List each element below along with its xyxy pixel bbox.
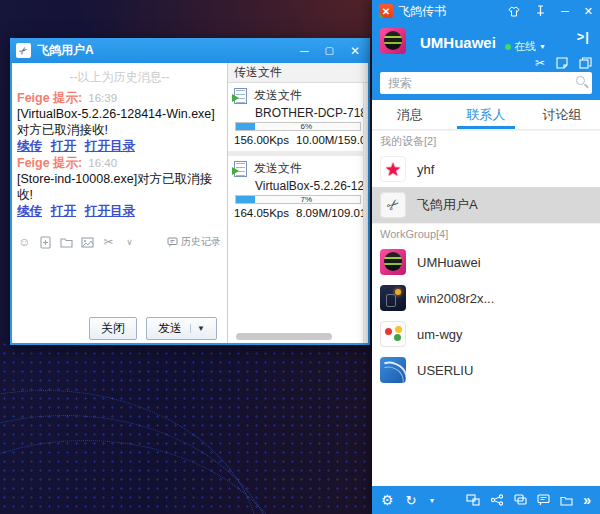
progress-bar: 6% [235, 122, 361, 131]
more-chevrons-icon[interactable]: » [583, 493, 591, 507]
progress-percent: 6% [300, 123, 312, 131]
contact-row-umhuawei[interactable]: UMHuawei [372, 244, 600, 280]
contact-row-userliu[interactable]: USERLIU [372, 352, 600, 388]
app-logo-icon: ✕ [379, 4, 393, 18]
avatar [380, 285, 406, 311]
history-button[interactable]: 历史记录 [167, 235, 221, 249]
progress-fill [236, 123, 255, 130]
history-label: 历史记录 [181, 235, 221, 249]
skin-icon[interactable] [508, 6, 520, 17]
chat-window-icon: ✂ [16, 43, 31, 58]
contact-row-um-wgy[interactable]: um-wgy [372, 316, 600, 352]
search-input[interactable] [380, 72, 592, 94]
tab-groups[interactable]: 讨论组 [524, 100, 600, 129]
screenshot-scissors-icon[interactable]: ✂ [535, 57, 545, 69]
progress-percent: 7% [300, 196, 312, 204]
status-label: 在线 [514, 39, 536, 54]
avatar [380, 357, 406, 383]
user-avatar[interactable] [380, 28, 406, 54]
message-sender: Feige 提示: [17, 156, 82, 170]
transfer-vertical-scrollbar[interactable] [363, 83, 368, 343]
note-icon[interactable] [556, 57, 568, 69]
contact-name: UMHuawei [417, 255, 481, 270]
transfer-panel: 传送文件 发送文件 BROTHER-DCP-7180... 6% 156.00K… [228, 63, 368, 343]
search-icon[interactable] [576, 76, 585, 85]
message-bubble-icon[interactable] [537, 494, 550, 506]
message-history[interactable]: --以上为历史消息-- Feige 提示:16:39 [VirtualBox-5… [12, 63, 227, 231]
emoji-icon[interactable]: ☺ [18, 236, 31, 249]
compose-toolbar: ☺ ✂ ∨ 历史记录 [12, 231, 227, 253]
transfer-horizontal-scrollbar[interactable] [236, 333, 332, 340]
tab-contacts[interactable]: 联系人 [448, 100, 524, 129]
message-item: Feige 提示:16:39 [VirtualBox-5.2.26-128414… [17, 90, 222, 155]
group-header-my-devices[interactable]: 我的设备[2] [372, 130, 600, 151]
search-bar [372, 72, 600, 100]
resume-transfer-link[interactable]: 续传 [17, 204, 42, 218]
close-icon[interactable]: ✕ [584, 5, 593, 18]
chat-titlebar[interactable]: ✂ 飞鸽用户A ─ ▢ ✕ [10, 38, 370, 63]
bottom-toolbar: ⚙ ↻ ▼ » [372, 486, 600, 514]
screenshot-scissors-icon[interactable]: ✂ [102, 236, 115, 249]
contact-name: yhf [417, 162, 434, 177]
main-titlebar[interactable]: ✕ 飞鸽传书 ─ ✕ [372, 0, 600, 22]
open-file-link[interactable]: 打开 [51, 204, 76, 218]
send-file-icon[interactable] [39, 236, 52, 249]
open-file-link[interactable]: 打开 [51, 139, 76, 153]
folder-icon[interactable] [560, 495, 573, 506]
transfer-speed: 156.00Kps [234, 134, 289, 146]
transfer-action: 发送文件 [254, 160, 302, 177]
close-button[interactable]: 关闭 [89, 317, 137, 340]
avatar: ★ [380, 156, 406, 182]
copy-icon[interactable] [579, 57, 592, 69]
contact-row-yhf[interactable]: ★ yhf [372, 151, 600, 187]
user-name: UMHuawei [420, 34, 496, 51]
contact-name: 飞鸽用户A [417, 196, 478, 214]
minimize-icon[interactable]: ─ [300, 45, 309, 57]
contact-row-feige-user-a[interactable]: ✂ 飞鸽用户A [372, 187, 600, 223]
minimize-icon[interactable]: ─ [561, 5, 569, 17]
refresh-icon[interactable]: ↻ [406, 494, 417, 507]
transfer-speed: 164.05Kps [234, 207, 289, 219]
transfer-size: 10.00M/159.09M [296, 134, 368, 146]
open-folder-link[interactable]: 打开目录 [85, 139, 135, 153]
contact-name: USERLIU [417, 363, 473, 378]
remote-screen-icon[interactable] [466, 494, 480, 506]
send-folder-icon[interactable] [60, 236, 73, 249]
avatar [380, 249, 406, 275]
transfer-size: 8.09M/109.01M [296, 207, 368, 219]
collapse-panel-icon[interactable]: >| [577, 29, 590, 44]
close-icon[interactable]: ✕ [350, 45, 360, 57]
chevron-down-icon[interactable]: ∨ [123, 236, 136, 249]
message-item: Feige 提示:16:40 [Store-ind-10008.exe]对方已取… [17, 155, 222, 220]
message-input[interactable] [12, 253, 227, 313]
refresh-caret-icon[interactable]: ▼ [428, 497, 435, 504]
group-chat-icon[interactable] [514, 494, 527, 506]
transfer-item[interactable]: 发送文件 VirtualBox-5.2.26-12... 7% 164.05Kp… [228, 156, 368, 224]
progress-fill [236, 196, 255, 203]
contact-name: win2008r2x... [417, 291, 494, 306]
progress-bar: 7% [235, 195, 361, 204]
history-divider: --以上为历史消息-- [17, 70, 222, 86]
user-header: UMHuawei 在线 ▼ >| ✂ [372, 22, 600, 72]
tab-messages[interactable]: 消息 [372, 100, 448, 129]
maximize-icon[interactable]: ▢ [324, 46, 333, 56]
main-window: ✕ 飞鸽传书 ─ ✕ UMHuawei 在线 ▼ >| ✂ [372, 0, 600, 514]
share-link-icon[interactable] [490, 494, 504, 506]
resume-transfer-link[interactable]: 续传 [17, 139, 42, 153]
open-folder-link[interactable]: 打开目录 [85, 204, 135, 218]
send-options-caret-icon[interactable]: ▼ [190, 324, 205, 333]
file-send-icon [234, 88, 247, 104]
main-window-title: 飞鸽传书 [398, 3, 446, 20]
online-dot-icon [505, 44, 511, 50]
send-image-icon[interactable] [81, 236, 94, 249]
group-header-workgroup[interactable]: WorkGroup[4] [372, 223, 600, 244]
transfer-item[interactable]: 发送文件 BROTHER-DCP-7180... 6% 156.00Kps 10… [228, 83, 368, 151]
send-button[interactable]: 发送▼ [146, 317, 217, 340]
chat-window: ✂ 飞鸽用户A ─ ▢ ✕ --以上为历史消息-- Feige 提示:16:39… [10, 38, 370, 345]
settings-gear-icon[interactable]: ⚙ [381, 493, 394, 507]
contact-row-win2008r2x[interactable]: win2008r2x... [372, 280, 600, 316]
pin-icon[interactable] [535, 5, 546, 17]
avatar [380, 321, 406, 347]
message-sender: Feige 提示: [17, 91, 82, 105]
status-selector[interactable]: 在线 ▼ [505, 39, 546, 54]
